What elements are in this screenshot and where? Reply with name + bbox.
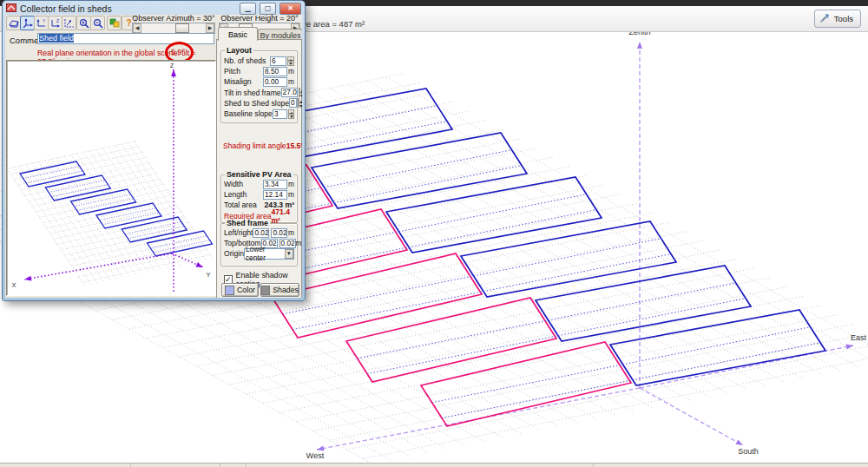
baseline-slope-row: Baseline slope 3	[221, 109, 297, 119]
module-row-dots	[432, 327, 811, 403]
module-row-dots	[358, 283, 736, 358]
length-row: Length 12.14 m	[221, 189, 297, 200]
minimize-button[interactable]: ▁	[240, 3, 256, 15]
zoom-in-button[interactable]	[76, 16, 91, 30]
tools-button[interactable]: Tools	[814, 10, 861, 28]
tilt-spinner[interactable]	[299, 88, 300, 97]
color-button[interactable]: Color	[221, 283, 259, 297]
misalign-unit: m	[287, 77, 294, 86]
comment-input[interactable]: Shed field	[37, 33, 214, 44]
pv-area-group: Sensitive PV Area Width 3.34 m Length 12…	[220, 174, 298, 223]
tilt-input[interactable]: 27.0	[281, 88, 298, 97]
shading-limit-row: Shading limit angle 15.5°	[220, 141, 301, 151]
shades-button[interactable]: Shades	[260, 283, 299, 297]
slider-right-arrow[interactable]: ▶	[206, 23, 214, 33]
baseline-slope-spinner[interactable]	[288, 109, 294, 119]
misalign-row: Misalign 0.00 m	[221, 76, 297, 87]
module-row-dots	[293, 254, 671, 330]
preview-grid-line	[128, 142, 206, 259]
shed-frame-group-title: Shed frame	[225, 219, 270, 227]
dialog-title: Collector field in sheds	[20, 3, 236, 14]
grid-line	[386, 77, 868, 360]
leftright-label: Left/right	[224, 228, 253, 237]
screen: { "window": { "area_text": "ive area = 4…	[0, 0, 868, 467]
color-button-label: Color	[237, 286, 255, 294]
leftright-unit: m	[287, 228, 294, 237]
shed-preview-3d[interactable]: ZXY	[6, 60, 216, 296]
shed-slope-spinner[interactable]	[298, 98, 299, 108]
preview-z-label: Z	[170, 62, 174, 69]
close-button[interactable]: ✕	[279, 3, 301, 15]
dialog-titlebar[interactable]: Collector field in sheds ▁ ▢ ✕	[6, 2, 301, 15]
width-unit: m	[287, 180, 294, 188]
width-label: Width	[224, 180, 263, 188]
axis-arrowhead	[171, 69, 176, 76]
axes-view-button[interactable]	[20, 16, 35, 30]
preview-grid-line	[26, 165, 103, 281]
preview-grid-line	[82, 254, 212, 282]
slider-left-arrow[interactable]: ◀	[133, 23, 141, 33]
west-label: West	[306, 451, 325, 460]
zoom-window-button[interactable]	[62, 16, 76, 30]
leftright-input-1[interactable]: 0.02	[253, 228, 269, 238]
shed-frame-group: Shed frame Left/right 0.02 0.02 m Top/bo…	[220, 223, 298, 266]
perspective-view-button[interactable]	[6, 16, 21, 30]
observer-azimuth-label: Observer Azimuth = 30°	[132, 15, 215, 23]
preview-axis-x	[24, 253, 172, 280]
preview-grid-line	[20, 166, 97, 282]
shed-collector-outline	[386, 177, 602, 253]
origin-select[interactable]: Lower center ▼	[244, 248, 294, 260]
rotate-z-button[interactable]: Z	[48, 16, 62, 30]
preview-grid-line	[50, 206, 180, 234]
preview-grid-line	[52, 159, 129, 275]
nb-sheds-input[interactable]: 6	[270, 56, 286, 66]
tilt-row: Tilt in shed frame 27.0	[221, 88, 297, 98]
shed-slope-input[interactable]: 0	[289, 98, 297, 108]
nb-sheds-spinner[interactable]	[287, 56, 294, 66]
length-input[interactable]: 12.14	[263, 190, 287, 200]
zoom-out-button[interactable]	[90, 16, 105, 30]
rotate-y-button[interactable]: Y	[34, 16, 49, 30]
chevron-down-icon: ▼	[285, 249, 293, 259]
help-icon: ?	[126, 18, 131, 28]
color-swatch-icon	[225, 286, 234, 295]
pitch-input[interactable]: 8.50	[263, 67, 287, 76]
misalign-label: Misalign	[224, 77, 263, 86]
preview-module-dots	[150, 236, 207, 248]
baseline-slope-input[interactable]: 3	[273, 109, 287, 119]
maximize-button[interactable]: ▢	[260, 3, 276, 15]
total-area-label: Total area	[224, 201, 265, 209]
preview-module-dots	[74, 194, 130, 207]
preview-y-label: Y	[206, 271, 210, 279]
print-button[interactable]	[107, 16, 122, 30]
nb-sheds-row: Nb. of sheds 6	[221, 56, 297, 66]
shed-collector-outline	[461, 221, 676, 297]
axis-arrowhead	[736, 439, 743, 445]
layout-group-title: Layout	[225, 46, 253, 55]
preview-grid-line	[10, 147, 140, 174]
tools-button-label: Tools	[834, 14, 853, 23]
observer-height-label: Observer Height = 20°	[219, 15, 300, 23]
dialog-icon	[6, 1, 16, 16]
status-segment	[130, 464, 220, 467]
slider-thumb[interactable]	[175, 23, 189, 33]
south-label: South	[738, 447, 759, 456]
pitch-unit: m	[287, 67, 294, 76]
tab-basic[interactable]: Basic	[218, 27, 258, 41]
preview-grid-line	[7, 141, 136, 168]
status-segment	[220, 464, 247, 467]
width-input[interactable]: 3.34	[263, 180, 287, 189]
settings-panel: Basic By modules Layout Nb. of sheds 6 P…	[216, 27, 302, 298]
baseline-slope-label: Baseline slope	[224, 109, 273, 118]
preview-grid-line	[7, 168, 84, 285]
svg-text:Z: Z	[56, 18, 59, 23]
leftright-input-2[interactable]: 0.02	[271, 228, 287, 238]
nb-sheds-label: Nb. of sheds	[224, 56, 270, 65]
preview-grid-line	[71, 238, 201, 266]
misalign-input[interactable]: 0.00	[263, 77, 287, 87]
axis-arrowhead	[846, 345, 853, 350]
shed-slope-row: Shed to Shed slope 0	[221, 98, 297, 109]
length-label: Length	[224, 190, 263, 199]
shed-collector-outline	[312, 133, 527, 208]
dialog-body: Y Z ? Observer Azimuth = 30° ◀ ▶ Observe…	[5, 15, 302, 298]
